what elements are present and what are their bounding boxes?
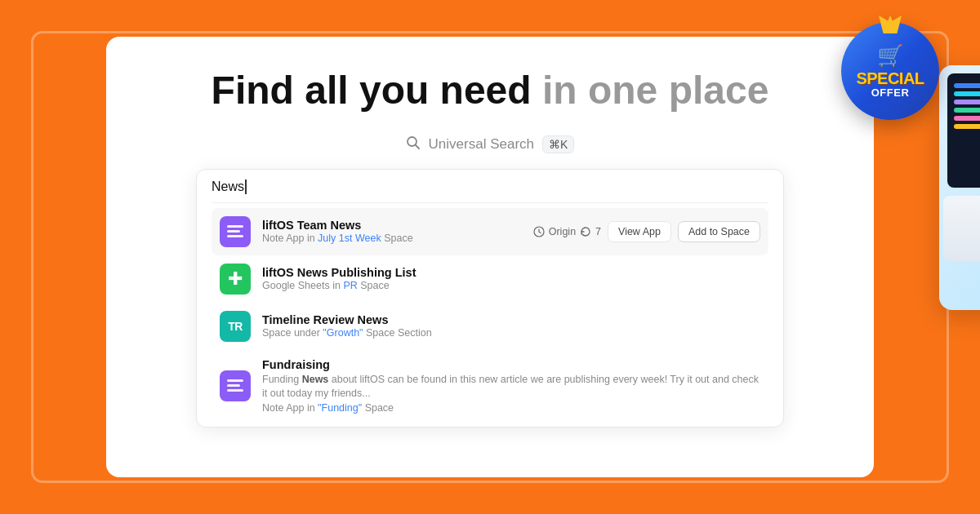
- refresh-icon: [580, 226, 591, 237]
- cart-icon: 🛒: [877, 43, 903, 69]
- result-title-4: Fundraising: [262, 358, 760, 371]
- lines-icon: [224, 222, 247, 241]
- special-offer-badge: 🛒 SPECIAL OFFER: [841, 22, 947, 128]
- result-icon-1: [220, 216, 251, 247]
- result-text-4: Fundraising Funding News about liftOS ca…: [262, 358, 760, 414]
- headline-part2: in: [542, 69, 588, 112]
- result-sub-1: Note App in July 1st Week Space: [262, 233, 533, 244]
- count-label: 7: [595, 226, 601, 237]
- result-link-4: "Funding": [318, 402, 362, 414]
- search-icon: [406, 135, 421, 154]
- outer-frame: Find all you need in one place Universal…: [24, 24, 956, 490]
- laptop-screen: [947, 73, 980, 188]
- title-bold: News: [331, 219, 362, 232]
- search-hint-label: Universal Search: [429, 136, 534, 153]
- search-input-row[interactable]: News: [212, 179, 768, 203]
- result-title-3: Timeline Review News: [262, 313, 760, 326]
- code-line: [954, 100, 980, 104]
- result-link-1: July 1st Week: [318, 233, 381, 244]
- action-meta: Origin 7: [533, 226, 601, 237]
- special-text-2: OFFER: [871, 86, 910, 99]
- search-hint: Universal Search ⌘K: [406, 135, 575, 154]
- result-sub-4: Note App in "Funding" Space: [262, 402, 760, 414]
- code-line: [954, 124, 980, 129]
- result-title-1: liftOS Team News: [262, 219, 533, 232]
- origin-icon: [533, 226, 545, 237]
- view-app-button[interactable]: View App: [608, 221, 671, 242]
- origin-label: Origin: [549, 226, 576, 237]
- keyboard-area: [943, 196, 980, 261]
- result-item[interactable]: Fundraising Funding News about liftOS ca…: [212, 350, 768, 422]
- result-text-1: liftOS Team News Note App in July 1st We…: [262, 219, 533, 244]
- news-bold: News: [302, 374, 329, 385]
- result-actions-1: Origin 7 View App Add to Space: [533, 221, 760, 242]
- result-sub-3: Space under "Growth" Space Section: [262, 327, 760, 339]
- code-line: [954, 108, 980, 113]
- search-input-value: News: [212, 179, 244, 194]
- special-offer-circle: 🛒 SPECIAL OFFER: [841, 22, 939, 120]
- code-line: [954, 116, 980, 121]
- results-list: liftOS Team News Note App in July 1st We…: [212, 203, 768, 427]
- result-sub-2: Google Sheets in PR Space: [262, 280, 760, 291]
- code-line: [954, 83, 980, 88]
- result-icon-4: [220, 370, 251, 401]
- result-item[interactable]: liftOS Team News Note App in July 1st We…: [212, 208, 768, 255]
- lines-icon-2: [224, 376, 247, 395]
- headline-part1: Find all you need: [212, 69, 542, 112]
- result-title-2: liftOS News Publishing List: [262, 266, 760, 279]
- main-content: Find all you need in one place Universal…: [106, 37, 874, 477]
- result-text-3: Timeline Review News Space under "Growth…: [262, 313, 760, 339]
- add-to-space-button[interactable]: Add to Space: [678, 221, 760, 242]
- svg-line-1: [415, 144, 419, 148]
- text-cursor: [245, 179, 247, 194]
- result-icon-3: TR: [220, 311, 251, 342]
- cross-icon: ✚: [228, 270, 243, 288]
- result-item[interactable]: ✚ liftOS News Publishing List Google She…: [212, 255, 768, 303]
- page-headline: Find all you need in one place: [212, 69, 769, 113]
- result-link-3: "Growth": [323, 327, 363, 339]
- result-link-2: PR: [343, 280, 357, 291]
- fundraising-desc: Funding News about liftOS can be found i…: [262, 373, 760, 401]
- search-dropdown: News liftOS Team News: [196, 169, 784, 428]
- headline-part3: one place: [588, 69, 768, 112]
- code-line: [954, 91, 980, 96]
- result-item[interactable]: TR Timeline Review News Space under "Gro…: [212, 303, 768, 350]
- special-text-1: SPECIAL: [856, 70, 924, 86]
- code-lines: [947, 73, 980, 139]
- title-prefix: liftOS Team: [262, 219, 331, 232]
- result-icon-2: ✚: [220, 264, 251, 295]
- result-text-2: liftOS News Publishing List Google Sheet…: [262, 266, 760, 291]
- tr-icon: TR: [228, 320, 243, 333]
- search-shortcut: ⌘K: [542, 135, 574, 153]
